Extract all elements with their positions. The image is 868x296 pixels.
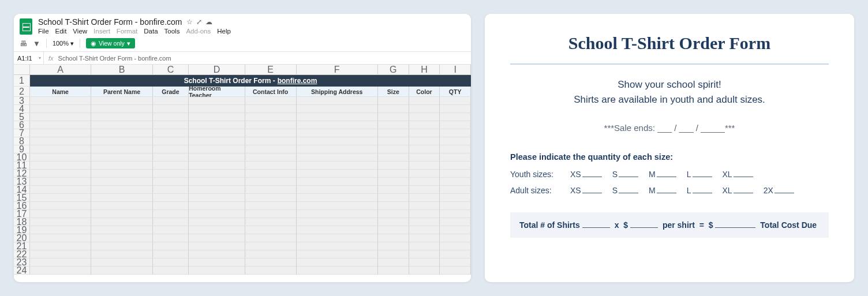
cell[interactable] bbox=[378, 121, 409, 129]
cell[interactable] bbox=[440, 105, 471, 113]
cell[interactable] bbox=[297, 194, 378, 202]
cell[interactable] bbox=[189, 234, 245, 242]
cells-area[interactable]: School T-Shirt Order Form - bonfire.comN… bbox=[30, 75, 471, 282]
cell[interactable] bbox=[440, 210, 471, 218]
document-title[interactable]: School T-Shirt Order Form - bonfire.com bbox=[38, 17, 182, 27]
cell[interactable] bbox=[30, 170, 91, 178]
cell[interactable] bbox=[189, 242, 245, 250]
cell[interactable] bbox=[91, 242, 152, 250]
cell[interactable] bbox=[189, 258, 245, 267]
zoom-dropdown[interactable]: 100% ▾ bbox=[53, 40, 74, 47]
cell[interactable] bbox=[153, 105, 189, 113]
cell[interactable] bbox=[378, 210, 409, 218]
cell[interactable] bbox=[297, 170, 378, 178]
table-row[interactable] bbox=[30, 137, 471, 145]
cell[interactable] bbox=[440, 250, 471, 258]
cell[interactable] bbox=[189, 121, 245, 129]
cell[interactable] bbox=[297, 121, 378, 129]
table-row[interactable]: NameParent NameGradeHomeroom TeacherCont… bbox=[30, 87, 471, 97]
col-header[interactable]: H bbox=[409, 65, 440, 75]
cell[interactable] bbox=[297, 242, 378, 250]
cell[interactable] bbox=[409, 113, 440, 121]
sheet-title-merged-cell[interactable]: School T-Shirt Order Form - bonfire.com bbox=[30, 75, 471, 87]
cell[interactable] bbox=[245, 162, 297, 170]
filter-icon[interactable]: ▼ bbox=[33, 39, 40, 48]
cell[interactable] bbox=[409, 226, 440, 234]
cell[interactable] bbox=[297, 234, 378, 242]
cell[interactable] bbox=[153, 97, 189, 105]
cell[interactable] bbox=[189, 202, 245, 210]
col-header[interactable]: D bbox=[189, 65, 245, 75]
column-header-cell[interactable]: Parent Name bbox=[91, 87, 152, 97]
cell[interactable] bbox=[30, 234, 91, 242]
cell[interactable] bbox=[440, 226, 471, 234]
cell[interactable] bbox=[409, 121, 440, 129]
cell[interactable] bbox=[440, 129, 471, 137]
cell[interactable] bbox=[91, 153, 152, 162]
cell[interactable] bbox=[440, 113, 471, 121]
cell[interactable] bbox=[440, 202, 471, 210]
col-header[interactable]: C bbox=[153, 65, 189, 75]
cell[interactable] bbox=[378, 218, 409, 226]
cell[interactable] bbox=[378, 267, 409, 275]
cell[interactable] bbox=[153, 129, 189, 137]
cell[interactable] bbox=[378, 137, 409, 145]
cell[interactable] bbox=[153, 170, 189, 178]
cell[interactable] bbox=[189, 162, 245, 170]
cell[interactable] bbox=[30, 186, 91, 194]
cell[interactable] bbox=[153, 121, 189, 129]
cell[interactable] bbox=[378, 97, 409, 105]
table-row[interactable] bbox=[30, 153, 471, 162]
cell[interactable] bbox=[30, 153, 91, 162]
cell[interactable] bbox=[409, 178, 440, 186]
cell[interactable] bbox=[189, 194, 245, 202]
cell[interactable] bbox=[30, 129, 91, 137]
table-row[interactable] bbox=[30, 129, 471, 137]
column-header-cell[interactable]: Size bbox=[378, 87, 409, 97]
cell[interactable] bbox=[30, 226, 91, 234]
cell[interactable] bbox=[297, 97, 378, 105]
cell[interactable] bbox=[245, 194, 297, 202]
cell[interactable] bbox=[409, 250, 440, 258]
col-header[interactable]: F bbox=[297, 65, 378, 75]
cell[interactable] bbox=[245, 145, 297, 153]
cell[interactable] bbox=[153, 226, 189, 234]
cell[interactable] bbox=[30, 113, 91, 121]
menu-tools[interactable]: Tools bbox=[164, 28, 180, 35]
cell[interactable] bbox=[245, 210, 297, 218]
cell[interactable] bbox=[440, 121, 471, 129]
cell[interactable] bbox=[91, 121, 152, 129]
column-header-cell[interactable]: Color bbox=[409, 87, 440, 97]
cell[interactable] bbox=[30, 194, 91, 202]
cell[interactable] bbox=[409, 202, 440, 210]
row-header[interactable]: 1 bbox=[14, 75, 30, 87]
cell[interactable] bbox=[245, 226, 297, 234]
grid[interactable]: 123456789101112131415161718192021222324 … bbox=[14, 75, 471, 282]
cell[interactable] bbox=[189, 137, 245, 145]
cell[interactable] bbox=[297, 137, 378, 145]
cell[interactable] bbox=[378, 145, 409, 153]
cell[interactable] bbox=[189, 226, 245, 234]
table-row[interactable] bbox=[30, 267, 471, 275]
col-header[interactable]: I bbox=[440, 65, 471, 75]
cell[interactable] bbox=[30, 97, 91, 105]
cell[interactable] bbox=[189, 153, 245, 162]
table-row[interactable] bbox=[30, 186, 471, 194]
cell[interactable] bbox=[153, 234, 189, 242]
cell[interactable] bbox=[378, 226, 409, 234]
column-header-cell[interactable]: Grade bbox=[153, 87, 189, 97]
menu-help[interactable]: Help bbox=[217, 28, 231, 35]
cell[interactable] bbox=[245, 170, 297, 178]
cell[interactable] bbox=[378, 170, 409, 178]
row-header[interactable]: 24 bbox=[14, 267, 30, 275]
cell[interactable] bbox=[153, 258, 189, 267]
cell[interactable] bbox=[91, 218, 152, 226]
cell[interactable] bbox=[297, 202, 378, 210]
table-row[interactable] bbox=[30, 258, 471, 267]
cell[interactable] bbox=[378, 258, 409, 267]
cell[interactable] bbox=[297, 210, 378, 218]
cell[interactable] bbox=[245, 267, 297, 275]
cell[interactable] bbox=[153, 202, 189, 210]
cell[interactable] bbox=[91, 250, 152, 258]
table-row[interactable] bbox=[30, 97, 471, 105]
